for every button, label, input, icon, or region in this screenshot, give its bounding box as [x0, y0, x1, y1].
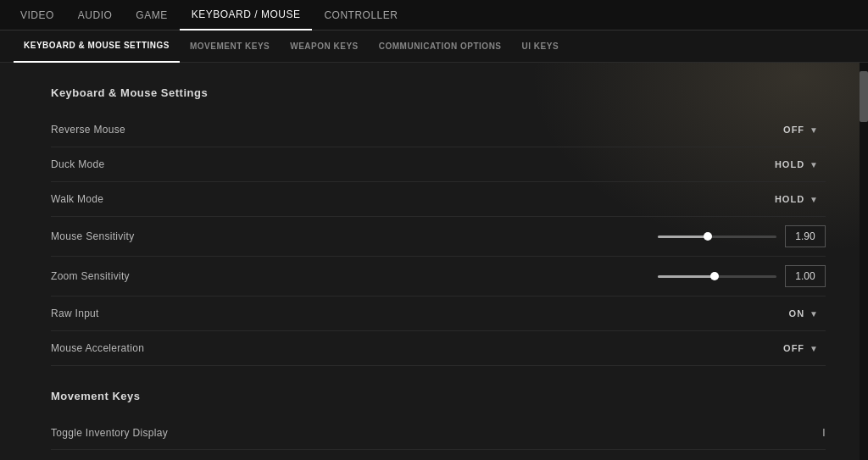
chevron-down-icon: ▼ [810, 344, 819, 353]
chevron-down-icon: ▼ [810, 309, 819, 319]
sub-nav-item-weapon-keys[interactable]: Weapon Keys [280, 30, 369, 63]
slider-value-mouse-sensitivity[interactable]: 1.90 [785, 225, 826, 247]
chevron-down-icon: ▼ [810, 125, 819, 135]
sub-nav-item-communication-options[interactable]: Communication Options [369, 30, 512, 63]
chevron-down-icon: ▼ [810, 160, 819, 169]
keyboard-mouse-rows: Reverse MouseOFF▼Duck ModeHOLD▼Walk Mode… [51, 113, 826, 366]
scrollbar-thumb[interactable] [860, 71, 868, 122]
dropdown-value-raw-input: ON [789, 308, 805, 319]
key-binding-toggle-inventory-display[interactable]: I [822, 427, 826, 439]
setting-row-duck-mode: Duck ModeHOLD▼ [51, 147, 826, 182]
top-nav: VideoAudioGameKeyboard / MouseController [0, 0, 868, 30]
setting-row-mouse-sensitivity: Mouse Sensitivity1.90 [51, 217, 826, 257]
slider-thumb-mouse-sensitivity[interactable] [704, 232, 712, 241]
setting-row-raw-input: Raw InputON▼ [51, 297, 826, 331]
settings-panel: Keyboard & Mouse Settings Reverse MouseO… [0, 63, 860, 460]
setting-row-zoom-sensitivity: Zoom Sensitivity1.00 [51, 257, 826, 297]
setting-row-walk-mode: Walk ModeHOLD▼ [51, 182, 826, 217]
setting-label-zoom-sensitivity: Zoom Sensitivity [51, 270, 130, 282]
slider-thumb-zoom-sensitivity[interactable] [710, 272, 719, 280]
keyboard-mouse-settings-section: Keyboard & Mouse Settings Reverse MouseO… [51, 86, 826, 366]
setting-label-raw-input: Raw Input [51, 308, 99, 319]
movement-keys-rows: Toggle Inventory DisplayIMove ForwardWMo… [51, 416, 826, 460]
setting-row-mouse-acceleration: Mouse AccelerationOFF▼ [51, 331, 826, 366]
sub-nav: Keyboard & Mouse SettingsMovement KeysWe… [0, 30, 868, 63]
setting-row-toggle-inventory-display: Toggle Inventory DisplayI [51, 416, 826, 450]
sub-nav-item-ui-keys[interactable]: UI Keys [512, 30, 570, 63]
dropdown-value-mouse-acceleration: OFF [783, 343, 804, 353]
main-content: Keyboard & Mouse Settings Reverse MouseO… [0, 63, 868, 460]
movement-keys-section: Movement Keys Toggle Inventory DisplayIM… [51, 390, 826, 460]
dropdown-reverse-mouse[interactable]: OFF▼ [776, 121, 826, 138]
setting-label-reverse-mouse: Reverse Mouse [51, 124, 125, 136]
slider-container-zoom-sensitivity: 1.00 [658, 265, 826, 287]
section-title-keyboard-mouse: Keyboard & Mouse Settings [51, 86, 826, 99]
dropdown-raw-input[interactable]: ON▼ [782, 305, 826, 322]
dropdown-value-duck-mode: HOLD [775, 159, 804, 169]
chevron-down-icon: ▼ [810, 195, 819, 204]
dropdown-value-reverse-mouse: OFF [783, 125, 804, 135]
setting-row-move-forward: Move ForwardW [51, 450, 826, 460]
scrollbar-track[interactable] [860, 63, 868, 460]
setting-label-mouse-sensitivity: Mouse Sensitivity [51, 230, 134, 242]
top-nav-item-audio[interactable]: Audio [66, 0, 125, 30]
setting-row-reverse-mouse: Reverse MouseOFF▼ [51, 113, 826, 147]
setting-label-duck-mode: Duck Mode [51, 158, 104, 170]
slider-track-mouse-sensitivity[interactable] [658, 236, 776, 238]
top-nav-item-game[interactable]: Game [124, 0, 179, 30]
top-nav-item-controller[interactable]: Controller [312, 0, 409, 30]
slider-container-mouse-sensitivity: 1.90 [658, 225, 826, 247]
setting-label-walk-mode: Walk Mode [51, 193, 103, 205]
slider-track-zoom-sensitivity[interactable] [658, 275, 776, 278]
setting-label-mouse-acceleration: Mouse Acceleration [51, 342, 144, 354]
dropdown-value-walk-mode: HOLD [775, 194, 804, 204]
slider-fill-mouse-sensitivity [658, 236, 708, 238]
dropdown-mouse-acceleration[interactable]: OFF▼ [776, 340, 826, 357]
top-nav-item-video[interactable]: Video [8, 0, 66, 30]
dropdown-duck-mode[interactable]: HOLD▼ [768, 156, 826, 173]
section-title-movement-keys: Movement Keys [51, 390, 826, 402]
slider-fill-zoom-sensitivity [658, 275, 715, 278]
setting-label-toggle-inventory-display: Toggle Inventory Display [51, 427, 168, 439]
sub-nav-item-keyboard-mouse-settings[interactable]: Keyboard & Mouse Settings [14, 30, 180, 63]
top-nav-item-keyboard-mouse[interactable]: Keyboard / Mouse [180, 0, 313, 30]
dropdown-walk-mode[interactable]: HOLD▼ [768, 191, 826, 208]
sub-nav-item-movement-keys[interactable]: Movement Keys [180, 30, 280, 63]
slider-value-zoom-sensitivity[interactable]: 1.00 [785, 265, 826, 287]
